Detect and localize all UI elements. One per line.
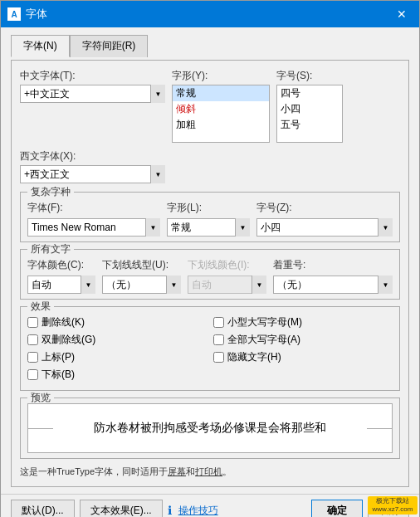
text-effects-button[interactable]: 文本效果(E)... [80, 500, 163, 517]
western-font-group: 西文字体(X): +西文正文 ▼ [20, 149, 165, 183]
superscript-checkbox[interactable] [27, 352, 38, 363]
underline-col: 下划线线型(U): （无） ▼ [102, 258, 181, 294]
info-text: 这是一种TrueType字体，同时适用于屏幕和打印机。 [20, 466, 400, 478]
size-label: 字号(S): [276, 69, 343, 83]
underline-label: 下划线线型(U): [102, 258, 181, 272]
style-group: 字形(Y): 常规 倾斜 加粗 [172, 69, 270, 143]
cs-size-col: 字号(Z): 小四 ▼ [256, 201, 393, 237]
default-button[interactable]: 默认(D)... [11, 500, 75, 517]
chinese-font-group: 中文字体(T): +中文正文 ▼ [20, 69, 165, 103]
size-group: 字号(S): 四号 小四 五号 [276, 69, 343, 143]
chinese-font-select[interactable]: +中文正文 [20, 85, 165, 103]
effect-small-caps: 小型大写字母(M) [213, 315, 393, 329]
chinese-font-select-wrapper: +中文正文 ▼ [20, 85, 165, 103]
all-caps-label: 全部大写字母(A) [227, 333, 300, 347]
superscript-label: 上标(P) [42, 350, 75, 364]
close-button[interactable]: ✕ [391, 6, 413, 22]
preview-box: 防水卷材被刑拘感受考场必修课是会将那些和 [27, 403, 393, 453]
effects-grid: 删除线(K) 小型大写字母(M) 双删除线(G) 全部大写字母(A) [27, 312, 393, 385]
double-strikethrough-checkbox[interactable] [27, 334, 38, 345]
underline-color-select-wrapper: 自动 ▼ [188, 276, 266, 294]
cs-font-select[interactable]: Times New Roman [27, 218, 160, 237]
dialog-title: 字体 [26, 7, 47, 22]
font-dialog: A 字体 ✕ 字体(N) 字符间距(R) 中文字体(T): +中文正文 [0, 0, 420, 517]
preview-line-left [28, 428, 53, 429]
bottom-bar: 默认(D)... 文本效果(E)... ℹ 操作技巧 确定 取消 [1, 494, 419, 517]
font-row-1: 中文字体(T): +中文正文 ▼ 字形(Y): 常规 [20, 69, 400, 143]
color-select-wrapper: 自动 ▼ [27, 276, 95, 294]
emphasis-select[interactable]: （无） [273, 276, 393, 294]
effect-double-strikethrough: 双删除线(G) [27, 333, 207, 347]
underline-select[interactable]: （无） [102, 276, 181, 294]
title-bar: A 字体 ✕ [1, 1, 419, 27]
tab-font[interactable]: 字体(N) [11, 35, 70, 57]
cs-font-label: 字体(F): [27, 201, 160, 215]
all-text-group: 所有文字 字体颜色(C): 自动 ▼ 下划线线型(U [20, 249, 400, 300]
small-caps-label: 小型大写字母(M) [227, 315, 302, 329]
tab-bar: 字体(N) 字符间距(R) [11, 34, 409, 56]
cs-style-col: 字形(L): 常规 ▼ [167, 201, 250, 237]
subscript-checkbox[interactable] [27, 369, 38, 380]
all-text-row: 字体颜色(C): 自动 ▼ 下划线线型(U): （ [27, 258, 393, 294]
style-item-bold[interactable]: 加粗 [173, 117, 269, 133]
cs-size-label: 字号(Z): [256, 201, 393, 215]
tips-button[interactable]: 操作技巧 [175, 504, 222, 518]
emphasis-select-wrapper: （无） ▼ [273, 276, 393, 294]
ok-button[interactable]: 确定 [311, 500, 363, 517]
size-item-5[interactable]: 五号 [277, 117, 342, 133]
style-item-italic[interactable]: 倾斜 [173, 101, 269, 117]
preview-line-right [367, 428, 392, 429]
effects-group: 效果 删除线(K) 小型大写字母(M) 双删除线(G) [20, 306, 400, 391]
all-text-title: 所有文字 [27, 242, 74, 256]
small-caps-checkbox[interactable] [213, 317, 224, 328]
style-listbox[interactable]: 常规 倾斜 加粗 [172, 85, 270, 143]
hidden-checkbox[interactable] [213, 352, 224, 363]
strikethrough-label: 删除线(K) [42, 315, 85, 329]
double-strikethrough-label: 双删除线(G) [42, 333, 95, 347]
font-row-2: 西文字体(X): +西文正文 ▼ [20, 149, 400, 183]
effect-all-caps: 全部大写字母(A) [213, 333, 393, 347]
chinese-font-label: 中文字体(T): [20, 69, 165, 83]
cs-font-col: 字体(F): Times New Roman ▼ [27, 201, 160, 237]
complex-script-title: 复杂字种 [27, 185, 74, 199]
cs-size-select-wrapper: 小四 ▼ [256, 218, 393, 237]
complex-script-group: 复杂字种 字体(F): Times New Roman ▼ 字形(L): [20, 192, 400, 242]
tips-icon: ℹ [168, 504, 172, 517]
underline-color-col: 下划线颜色(I): 自动 ▼ [188, 258, 266, 294]
effect-subscript: 下标(B) [27, 368, 207, 382]
color-select[interactable]: 自动 [27, 276, 95, 294]
bottom-bar-left: 默认(D)... 文本效果(E)... ℹ 操作技巧 [11, 500, 306, 517]
title-bar-left: A 字体 [7, 7, 47, 22]
tab-spacing[interactable]: 字符间距(R) [70, 35, 149, 57]
cs-style-label: 字形(L): [167, 201, 250, 215]
cs-style-select[interactable]: 常规 [167, 218, 250, 237]
tab-content-font: 中文字体(T): +中文正文 ▼ 字形(Y): 常规 [11, 60, 409, 487]
western-font-select[interactable]: +西文正文 [20, 165, 165, 183]
underline-select-wrapper: （无） ▼ [102, 276, 181, 294]
cs-size-select[interactable]: 小四 [256, 218, 393, 237]
subscript-label: 下标(B) [42, 368, 75, 382]
preview-lines: 防水卷材被刑拘感受考场必修课是会将那些和 [28, 421, 392, 436]
underline-color-select: 自动 [188, 276, 266, 294]
size-item-4[interactable]: 四号 [277, 85, 342, 101]
western-font-select-wrapper: +西文正文 ▼ [20, 165, 165, 183]
effect-superscript: 上标(P) [27, 350, 207, 364]
emphasis-col: 着重号: （无） ▼ [273, 258, 393, 294]
watermark: 极光下载站www.xz7.com [368, 496, 418, 515]
effect-hidden: 隐藏文字(H) [213, 350, 393, 364]
style-item-regular[interactable]: 常规 [173, 85, 269, 101]
cs-style-select-wrapper: 常规 ▼ [167, 218, 250, 237]
size-listbox[interactable]: 四号 小四 五号 [276, 85, 343, 143]
western-font-label: 西文字体(X): [20, 149, 165, 163]
dialog-icon: A [7, 7, 21, 21]
style-label: 字形(Y): [172, 69, 270, 83]
effect-strikethrough: 删除线(K) [27, 315, 207, 329]
color-label: 字体颜色(C): [27, 258, 95, 272]
dialog-body: 字体(N) 字符间距(R) 中文字体(T): +中文正文 ▼ [1, 27, 419, 494]
effects-title: 效果 [27, 300, 54, 314]
size-item-xs4[interactable]: 小四 [277, 101, 342, 117]
strikethrough-checkbox[interactable] [27, 317, 38, 328]
all-caps-checkbox[interactable] [213, 334, 224, 345]
color-col: 字体颜色(C): 自动 ▼ [27, 258, 95, 294]
preview-text: 防水卷材被刑拘感受考场必修课是会将那些和 [53, 421, 367, 436]
